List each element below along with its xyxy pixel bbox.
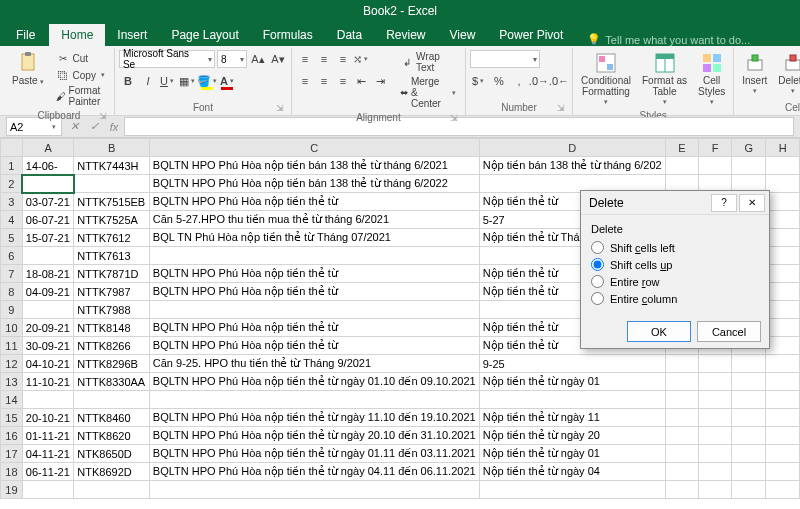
format-as-table-button[interactable]: Format as Table▾ xyxy=(638,50,691,108)
cell[interactable]: 14-06- xyxy=(22,157,74,175)
italic-button[interactable]: I xyxy=(139,72,157,90)
cell[interactable] xyxy=(665,409,698,427)
row-header[interactable]: 18 xyxy=(1,463,23,481)
wrap-text-button[interactable]: ↲Wrap Text xyxy=(397,50,461,74)
cell[interactable]: Nộp tiền thẻ từ ngày 01 xyxy=(479,373,665,391)
select-all[interactable] xyxy=(1,139,23,157)
cell[interactable] xyxy=(699,157,732,175)
cell[interactable] xyxy=(732,391,766,409)
cell[interactable] xyxy=(479,481,665,499)
cell-styles-button[interactable]: Cell Styles▾ xyxy=(694,50,729,108)
cell[interactable] xyxy=(665,481,698,499)
tab-view[interactable]: View xyxy=(438,24,488,46)
cell[interactable]: BQLTN HPO Phú Hòa nộp tiền thẻ từ ngày 2… xyxy=(149,427,479,445)
cell[interactable] xyxy=(74,391,149,409)
cell[interactable] xyxy=(732,463,766,481)
cell[interactable] xyxy=(665,445,698,463)
cell[interactable]: BQLTN HPO Phú Hòa nộp tiền thẻ từ xyxy=(149,319,479,337)
cell[interactable]: BQL TN Phú Hòa nộp tiền thẻ từ Tháng 07/… xyxy=(149,229,479,247)
cell[interactable]: BQLTN HPO Phú Hòa nộp tiền thẻ từ xyxy=(149,337,479,355)
cell[interactable] xyxy=(732,481,766,499)
cell[interactable]: Nộp tiền thẻ từ ngày 20 xyxy=(479,427,665,445)
cell[interactable] xyxy=(22,391,74,409)
dialog-launcher-icon[interactable]: ⇲ xyxy=(450,113,458,123)
underline-button[interactable]: U▾ xyxy=(159,72,177,90)
cell[interactable] xyxy=(766,445,800,463)
row-header[interactable]: 16 xyxy=(1,427,23,445)
cell[interactable]: BQLTN HPO Phú Hòa nộp tiền thẻ từ ngày 0… xyxy=(149,445,479,463)
col-header-F[interactable]: F xyxy=(699,139,732,157)
radio-option[interactable]: Shift cells left xyxy=(591,239,759,256)
cell[interactable]: 01-11-21 xyxy=(22,427,74,445)
cell[interactable]: BQLTN HPO Phú Hòa nộp tiền bán 138 thẻ t… xyxy=(149,175,479,193)
cell[interactable] xyxy=(766,301,800,319)
font-name-combo[interactable]: Microsoft Sans Se xyxy=(119,50,215,68)
cell[interactable] xyxy=(766,463,800,481)
cell[interactable] xyxy=(766,193,800,211)
cell[interactable]: Căn 9-25. HPO thu tiền thẻ từ Tháng 9/20… xyxy=(149,355,479,373)
cell[interactable] xyxy=(766,211,800,229)
cell[interactable] xyxy=(699,391,732,409)
cell[interactable] xyxy=(665,427,698,445)
cell[interactable]: 04-10-21 xyxy=(22,355,74,373)
cell[interactable]: NTTK7613 xyxy=(74,247,149,265)
radio-input[interactable] xyxy=(591,258,604,271)
cell[interactable]: 04-11-21 xyxy=(22,445,74,463)
row-header[interactable]: 8 xyxy=(1,283,23,301)
paste-button[interactable]: Paste▾ xyxy=(8,50,50,89)
radio-option[interactable]: Shift cells up xyxy=(591,256,759,273)
cell[interactable] xyxy=(732,427,766,445)
cell[interactable] xyxy=(699,427,732,445)
cell[interactable] xyxy=(766,265,800,283)
align-center-button[interactable]: ≡ xyxy=(315,72,333,90)
tab-formulas[interactable]: Formulas xyxy=(251,24,325,46)
cell[interactable] xyxy=(766,373,800,391)
cell[interactable]: 06-11-21 xyxy=(22,463,74,481)
cell[interactable]: BQLTN HPO Phú Hòa nộp tiền thẻ từ ngày 0… xyxy=(149,463,479,481)
help-button[interactable]: ? xyxy=(711,194,737,212)
cell[interactable] xyxy=(665,391,698,409)
bold-button[interactable]: B xyxy=(119,72,137,90)
radio-input[interactable] xyxy=(591,275,604,288)
cell[interactable]: BQLTN HPO Phú Hòa nộp tiền thẻ từ xyxy=(149,193,479,211)
cell[interactable]: NTK8650D xyxy=(74,445,149,463)
cell[interactable] xyxy=(766,175,800,193)
row-header[interactable]: 9 xyxy=(1,301,23,319)
radio-option[interactable]: Entire row xyxy=(591,273,759,290)
col-header-A[interactable]: A xyxy=(22,139,74,157)
radio-option[interactable]: Entire column xyxy=(591,290,759,307)
radio-input[interactable] xyxy=(591,292,604,305)
tab-page-layout[interactable]: Page Layout xyxy=(159,24,250,46)
orientation-button[interactable]: ⤭▾ xyxy=(353,50,371,68)
align-right-button[interactable]: ≡ xyxy=(334,72,352,90)
cell[interactable]: Nộp tiền thẻ từ ngày 01 xyxy=(479,445,665,463)
increase-indent-button[interactable]: ⇥ xyxy=(372,72,390,90)
cell[interactable]: Nộp tiền thẻ từ ngày 04 xyxy=(479,463,665,481)
cell[interactable] xyxy=(479,391,665,409)
cell[interactable] xyxy=(665,463,698,481)
cell[interactable]: NTTK8330AA xyxy=(74,373,149,391)
format-painter-button[interactable]: 🖌Format Painter xyxy=(53,84,110,108)
cell[interactable]: NTTK8460 xyxy=(74,409,149,427)
align-middle-button[interactable]: ≡ xyxy=(315,50,333,68)
align-bottom-button[interactable]: ≡ xyxy=(334,50,352,68)
tab-insert[interactable]: Insert xyxy=(105,24,159,46)
row-header[interactable]: 4 xyxy=(1,211,23,229)
cell[interactable]: NTTK7871D xyxy=(74,265,149,283)
radio-input[interactable] xyxy=(591,241,604,254)
row-header[interactable]: 19 xyxy=(1,481,23,499)
cell[interactable] xyxy=(766,157,800,175)
merge-center-button[interactable]: ⬌Merge & Center▾ xyxy=(397,75,461,110)
dialog-launcher-icon[interactable]: ⇲ xyxy=(99,111,107,121)
cell[interactable] xyxy=(74,481,149,499)
cell[interactable]: BQLTN HPO Phú Hòa nộp tiền bán 138 thẻ t… xyxy=(149,157,479,175)
insert-cells-button[interactable]: Insert▾ xyxy=(738,50,771,97)
col-header-H[interactable]: H xyxy=(766,139,800,157)
cell[interactable]: 04-09-21 xyxy=(22,283,74,301)
cell[interactable] xyxy=(699,445,732,463)
row-header[interactable]: 10 xyxy=(1,319,23,337)
cell[interactable] xyxy=(149,301,479,319)
cell[interactable] xyxy=(766,319,800,337)
row-header[interactable]: 12 xyxy=(1,355,23,373)
cell[interactable] xyxy=(732,355,766,373)
